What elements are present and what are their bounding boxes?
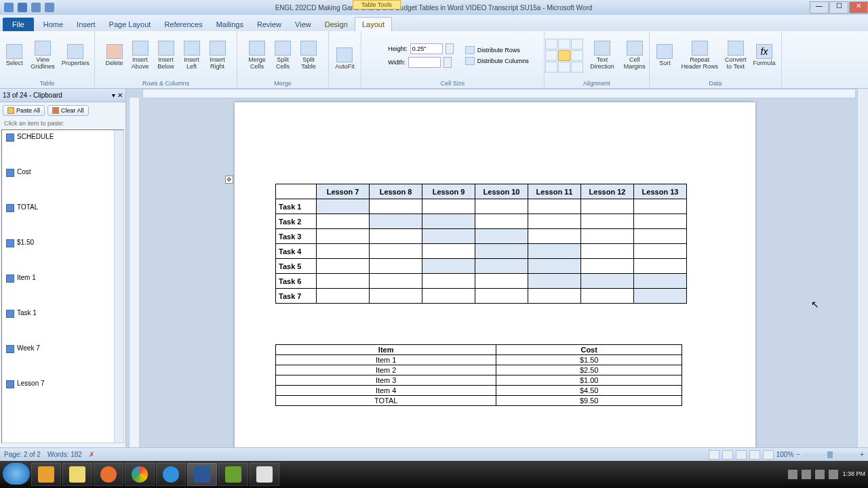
gantt-cell[interactable] <box>581 229 634 244</box>
budget-item-cell[interactable]: Item 1 <box>276 355 496 365</box>
tab-view[interactable]: View <box>288 18 318 31</box>
proof-icon[interactable]: ✗ <box>89 451 94 458</box>
width-input[interactable] <box>408 57 441 68</box>
zoom-in-icon[interactable]: + <box>860 451 864 458</box>
status-words[interactable]: Words: 182 <box>47 451 82 458</box>
table-move-handle[interactable]: ✥ <box>225 176 233 184</box>
sort-button[interactable]: Sort <box>652 43 677 68</box>
tab-insert[interactable]: Insert <box>70 18 102 31</box>
merge-cells-button[interactable]: Merge Cells <box>245 39 269 72</box>
split-cells-button[interactable]: Split Cells <box>271 39 295 72</box>
gantt-cell[interactable] <box>634 229 687 244</box>
print-layout-view[interactable] <box>709 450 719 460</box>
gantt-cell[interactable] <box>475 229 528 244</box>
gantt-cell[interactable] <box>528 274 581 289</box>
paste-all-button[interactable]: Paste All <box>3 105 45 116</box>
gantt-cell[interactable] <box>528 229 581 244</box>
redo-icon[interactable] <box>45 3 54 12</box>
gantt-cell[interactable] <box>422 214 475 229</box>
file-tab[interactable]: File <box>3 18 34 31</box>
height-spinner[interactable] <box>446 43 454 54</box>
gantt-cell[interactable] <box>581 244 634 259</box>
tray-network-icon[interactable] <box>815 470 825 479</box>
gantt-row-header[interactable]: Task 1 <box>276 199 317 214</box>
zoom-out-icon[interactable]: − <box>796 451 800 458</box>
gantt-cell[interactable] <box>581 214 634 229</box>
gantt-cell[interactable] <box>317 274 370 289</box>
web-layout-view[interactable] <box>736 450 747 460</box>
split-table-button[interactable]: Split Table <box>296 39 321 72</box>
distribute-rows-button[interactable]: Distribute Rows <box>463 45 531 55</box>
tray-volume-icon[interactable] <box>829 470 838 479</box>
vertical-ruler[interactable] <box>129 97 140 461</box>
properties-button[interactable]: Properties <box>59 43 92 68</box>
horizontal-ruler[interactable] <box>142 89 856 98</box>
gantt-cell[interactable] <box>317 244 370 259</box>
gantt-cell[interactable] <box>634 199 687 214</box>
budget-item-cell[interactable]: Item 3 <box>276 375 496 386</box>
width-spinner[interactable] <box>443 57 452 68</box>
insert-above-button[interactable]: Insert Above <box>128 39 153 72</box>
gantt-cell[interactable] <box>422 199 475 214</box>
taskbar-media-player[interactable] <box>31 463 61 486</box>
outline-view[interactable] <box>749 450 760 460</box>
gantt-row-header[interactable]: Task 6 <box>276 274 317 289</box>
gantt-cell[interactable] <box>370 229 422 244</box>
gantt-cell[interactable] <box>475 199 528 214</box>
full-screen-view[interactable] <box>722 450 733 460</box>
gantt-row-header[interactable]: Task 3 <box>276 229 317 244</box>
tab-design[interactable]: Design <box>318 18 355 31</box>
gantt-cell[interactable] <box>370 214 422 229</box>
gantt-cell[interactable] <box>634 214 687 229</box>
budget-item-cell[interactable]: Item 2 <box>276 365 496 375</box>
budget-cost-cell[interactable]: $1.00 <box>496 375 682 386</box>
gantt-cell[interactable] <box>422 244 475 259</box>
gantt-cell[interactable] <box>422 229 475 244</box>
gantt-cell[interactable] <box>317 229 370 244</box>
gantt-row-header[interactable]: Task 7 <box>276 289 317 304</box>
gantt-cell[interactable] <box>475 274 528 289</box>
tab-page-layout[interactable]: Page Layout <box>102 18 158 31</box>
gantt-row-header[interactable]: Task 4 <box>276 244 317 259</box>
tray-icon[interactable] <box>788 470 797 479</box>
autofit-button[interactable]: AutoFit <box>332 46 357 72</box>
gantt-header[interactable]: Lesson 7 <box>317 184 370 199</box>
gantt-cell[interactable] <box>634 289 687 304</box>
gantt-cell[interactable] <box>475 244 528 259</box>
clipboard-scrollbar[interactable] <box>114 130 123 443</box>
budget-cost-cell[interactable]: $1.50 <box>496 355 682 365</box>
gantt-header[interactable]: Lesson 9 <box>422 184 475 199</box>
gantt-cell[interactable] <box>581 199 634 214</box>
gantt-header[interactable]: Lesson 11 <box>528 184 581 199</box>
gantt-cell[interactable] <box>528 214 581 229</box>
gantt-cell[interactable] <box>581 289 634 304</box>
delete-button[interactable]: Delete <box>102 43 127 68</box>
tray-icon[interactable] <box>802 470 811 479</box>
gantt-cell[interactable] <box>581 259 634 274</box>
view-gridlines-button[interactable]: View Gridlines <box>28 39 58 72</box>
taskbar-app[interactable] <box>250 463 279 486</box>
clipboard-item[interactable]: Task 1 <box>2 306 123 342</box>
tab-mailings[interactable]: Mailings <box>210 18 250 31</box>
gantt-cell[interactable] <box>370 244 422 259</box>
gantt-header[interactable]: Lesson 8 <box>370 184 422 199</box>
taskbar-chrome[interactable] <box>125 463 155 486</box>
height-input[interactable] <box>410 43 443 54</box>
clipboard-item[interactable]: TOTAL <box>2 201 123 236</box>
undo-icon[interactable] <box>31 3 41 12</box>
gantt-cell[interactable] <box>634 274 687 289</box>
gantt-header[interactable]: Lesson 12 <box>581 184 634 199</box>
budget-item-cell[interactable]: Item 4 <box>276 386 496 396</box>
formula-button[interactable]: fxFormula <box>751 43 778 68</box>
gantt-header[interactable]: Lesson 13 <box>634 184 687 199</box>
close-button[interactable]: ✕ <box>849 1 868 14</box>
repeat-header-button[interactable]: Repeat Header Rows <box>678 39 721 72</box>
clipboard-item[interactable]: Item 1 <box>2 271 123 306</box>
zoom-slider[interactable] <box>803 453 857 456</box>
text-direction-button[interactable]: Text Direction <box>587 39 617 72</box>
select-button[interactable]: Select <box>2 43 26 68</box>
insert-below-button[interactable]: Insert Below <box>154 39 178 72</box>
clipboard-item[interactable]: $1.50 <box>2 236 123 271</box>
taskbar-explorer[interactable] <box>62 463 92 486</box>
tab-home[interactable]: Home <box>37 18 70 31</box>
